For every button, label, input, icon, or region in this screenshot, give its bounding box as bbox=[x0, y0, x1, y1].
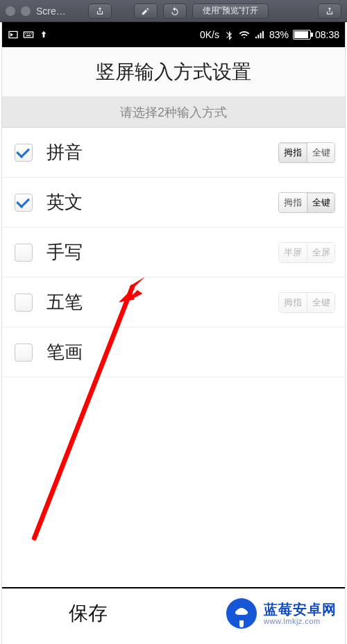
svg-rect-4 bbox=[31, 33, 31, 34]
input-method-label: 手写 bbox=[46, 240, 264, 264]
battery-icon bbox=[293, 30, 311, 40]
checkbox[interactable] bbox=[15, 344, 33, 362]
watermark-brand: 蓝莓安卓网 bbox=[264, 602, 337, 617]
input-method-row[interactable]: 笔画 bbox=[2, 328, 345, 378]
input-method-list: 拼音拇指全键英文拇指全键手写半屏全屏五笔拇指全键笔画 bbox=[2, 128, 345, 378]
android-statusbar: 0K/s 83% 08:38 bbox=[2, 22, 345, 47]
network-speed: 0K/s bbox=[200, 29, 219, 40]
battery-percent: 83% bbox=[269, 29, 289, 40]
input-method-label: 拼音 bbox=[46, 140, 264, 164]
svg-rect-5 bbox=[26, 35, 31, 36]
layout-segmented-control[interactable]: 拇指全键 bbox=[278, 192, 335, 213]
svg-rect-2 bbox=[27, 33, 28, 34]
segment-option[interactable]: 全键 bbox=[307, 193, 335, 212]
clock: 08:38 bbox=[315, 29, 339, 40]
svg-rect-1 bbox=[25, 33, 26, 34]
checkbox[interactable] bbox=[15, 194, 33, 212]
page-title: 竖屏输入方式设置 bbox=[2, 47, 345, 97]
rotate-button[interactable] bbox=[163, 3, 187, 19]
input-method-row[interactable]: 拼音拇指全键 bbox=[2, 128, 345, 178]
segment-option: 全键 bbox=[307, 293, 335, 312]
checkbox[interactable] bbox=[15, 294, 33, 312]
input-method-label: 五笔 bbox=[46, 290, 264, 314]
macos-toolbar: Scre… 使用"预览"打开 bbox=[0, 0, 347, 22]
svg-rect-3 bbox=[29, 33, 30, 34]
segment-option: 拇指 bbox=[279, 293, 307, 312]
upload-indicator-icon bbox=[38, 29, 49, 40]
bluetooth-icon bbox=[223, 29, 235, 40]
layout-segmented-control: 半屏全屏 bbox=[278, 242, 335, 263]
export-icon[interactable] bbox=[318, 3, 341, 19]
input-method-row[interactable]: 五笔拇指全键 bbox=[2, 278, 345, 328]
segment-option[interactable]: 拇指 bbox=[279, 143, 307, 162]
svg-rect-0 bbox=[24, 32, 33, 37]
save-button[interactable]: 保存 bbox=[2, 588, 174, 638]
segment-option[interactable]: 拇指 bbox=[279, 193, 307, 212]
segment-option[interactable]: 全键 bbox=[307, 143, 335, 162]
segment-option: 全屏 bbox=[307, 243, 335, 262]
layout-segmented-control[interactable]: 拇指全键 bbox=[278, 142, 335, 163]
screenshot-indicator-icon bbox=[8, 29, 19, 40]
input-method-label: 笔画 bbox=[46, 340, 335, 364]
markup-button[interactable] bbox=[134, 3, 158, 19]
layout-segmented-control: 拇指全键 bbox=[278, 292, 335, 313]
segment-option: 半屏 bbox=[279, 243, 307, 262]
watermark: 蓝莓安卓网 www.lmkjz.com bbox=[226, 598, 337, 629]
watermark-url: www.lmkjz.com bbox=[264, 617, 337, 625]
signal-icon bbox=[254, 29, 265, 40]
checkbox[interactable] bbox=[15, 144, 33, 162]
input-method-row[interactable]: 手写半屏全屏 bbox=[2, 228, 345, 278]
checkbox[interactable] bbox=[15, 244, 33, 262]
share-sheet-button[interactable] bbox=[88, 3, 112, 19]
input-method-row[interactable]: 英文拇指全键 bbox=[2, 178, 345, 228]
phone-screen: 0K/s 83% 08:38 竖屏输入方式设置 请选择2种输入方式 拼音拇指全键… bbox=[1, 22, 346, 644]
keyboard-indicator-icon bbox=[23, 29, 34, 40]
wifi-icon bbox=[239, 29, 250, 40]
watermark-logo-icon bbox=[226, 598, 257, 629]
close-window-icon[interactable] bbox=[6, 6, 15, 16]
input-method-label: 英文 bbox=[46, 190, 264, 214]
instruction-label: 请选择2种输入方式 bbox=[2, 97, 345, 128]
window-title: Scre… bbox=[36, 6, 66, 17]
minimize-window-icon[interactable] bbox=[21, 6, 31, 16]
open-with-preview-button[interactable]: 使用"预览"打开 bbox=[192, 3, 269, 19]
